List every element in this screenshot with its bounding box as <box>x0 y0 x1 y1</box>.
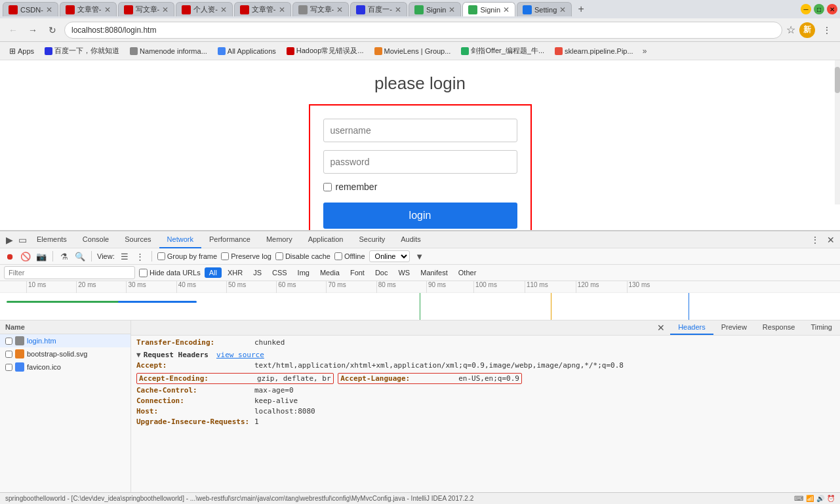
filter-tab-other[interactable]: Other <box>454 267 481 278</box>
disable-cache-checkbox[interactable]: Disable cache <box>275 252 330 260</box>
tab-close-signin1[interactable]: ✕ <box>449 5 455 14</box>
tab-article1[interactable]: 文章管- ✕ <box>60 2 117 16</box>
devtools-inspect-icon[interactable]: ▶ <box>3 233 16 246</box>
bookmark-sklearn[interactable]: sklearn.pipeline.Pip... <box>551 46 637 56</box>
search-button[interactable]: 🔍 <box>74 250 86 262</box>
throttle-select[interactable]: Online <box>369 250 410 262</box>
devtools-tab-memory[interactable]: Memory <box>258 231 300 248</box>
tab-signin1[interactable]: Signin ✕ <box>409 2 462 16</box>
throttle-arrow-icon[interactable]: ▼ <box>414 250 426 262</box>
camera-button[interactable]: 📷 <box>35 250 47 262</box>
detail-tab-timing[interactable]: Timing <box>803 320 840 335</box>
devtools-tab-sources[interactable]: Sources <box>117 231 159 248</box>
tab-close-signin2[interactable]: ✕ <box>503 5 510 14</box>
filter-tab-media[interactable]: Media <box>315 267 344 278</box>
filter-tab-doc[interactable]: Doc <box>370 267 393 278</box>
close-button[interactable]: ✕ <box>827 4 837 14</box>
devtools-tab-network[interactable]: Network <box>159 231 201 248</box>
tab-csdn[interactable]: CSDN- ✕ <box>3 2 58 16</box>
filter-input[interactable] <box>4 266 135 279</box>
back-button[interactable]: ← <box>5 22 21 38</box>
bookmark-hadoop[interactable]: Hadoop常见错误及... <box>283 45 368 57</box>
tab-baidu[interactable]: 百度一- ✕ <box>350 2 407 16</box>
detail-tab-headers[interactable]: Headers <box>670 320 713 335</box>
bookmark-apps[interactable]: ⊞ Apps <box>5 45 38 57</box>
tab-close-write2[interactable]: ✕ <box>336 5 343 14</box>
refresh-button[interactable]: ↻ <box>45 22 60 38</box>
hide-data-urls-input[interactable] <box>139 269 148 277</box>
maximize-button[interactable]: □ <box>814 4 824 14</box>
hide-data-urls-checkbox[interactable]: Hide data URLs <box>139 269 201 277</box>
devtools-tab-elements[interactable]: Elements <box>29 231 75 248</box>
menu-button[interactable]: ⋮ <box>819 22 835 38</box>
new-tab-button[interactable]: + <box>573 2 589 16</box>
filter-tab-js[interactable]: JS <box>249 267 266 278</box>
file-item-bootstrap[interactable]: bootstrap-solid.svg <box>0 347 130 360</box>
devtools-close-icon[interactable]: ✕ <box>824 233 837 246</box>
clear-button[interactable]: 🚫 <box>20 250 31 262</box>
preserve-log-input[interactable] <box>221 252 229 260</box>
detail-tab-response[interactable]: Response <box>755 320 803 335</box>
file-item-loginhtm[interactable]: login.htm <box>0 334 130 347</box>
forward-button[interactable]: → <box>25 22 41 38</box>
file-checkbox-loginhtm[interactable] <box>5 338 12 345</box>
login-button[interactable]: login <box>323 203 517 229</box>
tab-close-article1[interactable]: ✕ <box>104 5 111 14</box>
tab-settings[interactable]: Setting ✕ <box>517 2 572 16</box>
tab-close-write1[interactable]: ✕ <box>162 5 169 14</box>
group-by-frame-checkbox[interactable]: Group by frame <box>157 252 217 260</box>
filter-tab-font[interactable]: Font <box>346 267 369 278</box>
tab-close-baidu[interactable]: ✕ <box>395 5 401 14</box>
devtools-tab-performance[interactable]: Performance <box>201 231 258 248</box>
detail-close-button[interactable]: ✕ <box>657 320 670 335</box>
view-list-icon[interactable]: ☰ <box>119 250 130 262</box>
password-input[interactable] <box>323 150 517 174</box>
more-bookmarks-button[interactable]: » <box>640 45 650 57</box>
devtools-tab-audits[interactable]: Audits <box>393 231 429 248</box>
username-input[interactable] <box>323 119 517 142</box>
tab-close-csdn[interactable]: ✕ <box>46 5 52 14</box>
bookmark-allapps[interactable]: All Applications <box>214 46 280 56</box>
filter-tab-xhr[interactable]: XHR <box>223 267 247 278</box>
bookmark-sword[interactable]: 剑指Offer_编程题_牛... <box>457 45 548 57</box>
profile-icon[interactable]: 新 <box>799 22 815 38</box>
tab-close-profile[interactable]: ✕ <box>220 5 227 14</box>
file-item-favicon[interactable]: favicon.ico <box>0 360 130 374</box>
tab-article2[interactable]: 文章管- ✕ <box>234 2 291 16</box>
view-source-link[interactable]: view source <box>216 351 264 359</box>
remember-checkbox[interactable] <box>323 183 332 191</box>
file-checkbox-bootstrap[interactable] <box>5 351 12 358</box>
view-screenshot-icon[interactable]: ⋮ <box>134 250 146 262</box>
offline-checkbox[interactable]: Offline <box>334 252 365 260</box>
record-button[interactable]: ⏺ <box>4 250 16 262</box>
tab-profile[interactable]: 个人资- ✕ <box>176 2 233 16</box>
filter-tab-manifest[interactable]: Manifest <box>416 267 452 278</box>
detail-tab-preview[interactable]: Preview <box>713 320 755 335</box>
tab-write2[interactable]: 写文章- ✕ <box>292 2 350 16</box>
scrollbar-thumb[interactable] <box>835 67 840 93</box>
bookmark-namenode[interactable]: Namenode informa... <box>126 46 211 56</box>
preserve-log-checkbox[interactable]: Preserve log <box>221 252 271 260</box>
filter-tab-all[interactable]: All <box>205 267 222 278</box>
address-input[interactable] <box>64 22 782 39</box>
devtools-mobile-icon[interactable]: ▭ <box>16 233 29 246</box>
file-checkbox-favicon[interactable] <box>5 364 12 371</box>
disable-cache-input[interactable] <box>275 252 283 260</box>
filter-tab-css[interactable]: CSS <box>268 267 292 278</box>
tab-signin2[interactable]: Signin ✕ <box>462 2 515 16</box>
filter-tab-ws[interactable]: WS <box>393 267 414 278</box>
devtools-more-icon[interactable]: ⋮ <box>809 233 822 246</box>
tab-close-article2[interactable]: ✕ <box>279 5 285 14</box>
filter-tab-img[interactable]: Img <box>293 267 314 278</box>
bookmark-movielens[interactable]: MovieLens | Group... <box>370 46 455 56</box>
tab-write1[interactable]: 写文章- ✕ <box>118 2 175 16</box>
bookmark-icon[interactable]: ☆ <box>786 24 795 36</box>
devtools-tab-security[interactable]: Security <box>351 231 393 248</box>
bookmark-baidu[interactable]: 百度一下，你就知道 <box>41 45 123 57</box>
minimize-button[interactable]: ─ <box>801 4 811 14</box>
devtools-tab-application[interactable]: Application <box>300 231 351 248</box>
group-by-frame-input[interactable] <box>157 252 165 260</box>
page-scrollbar[interactable] <box>835 60 840 204</box>
devtools-tab-console[interactable]: Console <box>75 231 117 248</box>
offline-input[interactable] <box>334 252 342 260</box>
